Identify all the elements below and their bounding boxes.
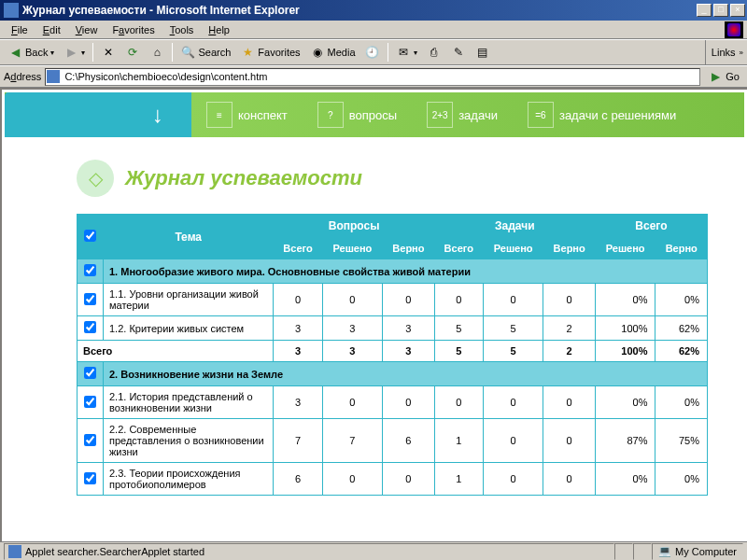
table-row: 2.1. История представлений о возникновен…: [78, 386, 708, 419]
address-input[interactable]: [45, 68, 700, 86]
address-label: Address: [4, 71, 41, 82]
check-row[interactable]: [84, 321, 96, 333]
arrow-down-icon: ↓: [152, 102, 163, 128]
notes-icon: ≡: [206, 102, 233, 128]
section-2: 2. Возникновение жизни на Земле: [78, 362, 708, 386]
table-row: 1.2. Критерии живых систем 333 552 100%6…: [78, 316, 708, 341]
table-row: 1.1. Уровни организации живой материи 00…: [78, 284, 708, 316]
menu-tools[interactable]: Tools: [162, 22, 202, 37]
links-button[interactable]: Links »: [705, 40, 743, 64]
mail-icon: ✉: [396, 45, 411, 60]
back-icon: ◀: [7, 45, 22, 60]
search-button[interactable]: 🔍Search: [176, 43, 234, 62]
menubar: File Edit View Favorites Tools Help: [0, 21, 747, 39]
grade-table: Тема Вопросы Задачи Всего ВсегоРешеноВер…: [77, 214, 708, 496]
statusbar: Applet searcher.SearcherApplet started 💻…: [0, 541, 747, 560]
page-icon: [47, 70, 60, 83]
toolbar: ◀Back▾ ▶▾ ✕ ⟳ ⌂ 🔍Search ★Favorites ◉Medi…: [0, 39, 747, 65]
maximize-button[interactable]: □: [713, 4, 728, 17]
refresh-icon: ⟳: [125, 45, 140, 60]
home-icon: ⌂: [149, 45, 164, 60]
check-all[interactable]: [84, 230, 96, 242]
titlebar: Журнал успеваемости - Microsoft Internet…: [0, 0, 747, 21]
close-button[interactable]: ×: [730, 4, 745, 17]
check-row[interactable]: [84, 396, 96, 408]
back-button[interactable]: ◀Back▾: [4, 43, 58, 62]
print-button[interactable]: ⎙: [423, 43, 445, 62]
menu-help[interactable]: Help: [201, 22, 237, 37]
refresh-button[interactable]: ⟳: [121, 43, 144, 62]
download-tab[interactable]: ↓: [5, 92, 191, 137]
total-row-1: Всего 333 552 100%62%: [78, 341, 708, 362]
stop-icon: ✕: [101, 45, 116, 60]
journal-icon: ◇: [77, 160, 114, 197]
table-row: 2.2. Современные представления о возникн…: [78, 419, 708, 463]
zone-indicator: 💻My Computer: [652, 543, 743, 560]
history-icon: 🕘: [365, 45, 380, 60]
tasks-icon: 2+3: [427, 102, 453, 128]
mail-button[interactable]: ✉▾: [392, 43, 421, 62]
col-zadachi: Задачи: [434, 215, 595, 238]
edit-button[interactable]: ✎: [447, 43, 470, 62]
go-icon: ▶: [708, 69, 723, 84]
status-text: Applet searcher.SearcherApplet started: [4, 543, 614, 560]
applet-icon: [8, 545, 21, 558]
question-icon: ?: [317, 102, 344, 128]
ie-icon: [4, 3, 19, 18]
col-voprosy: Вопросы: [274, 215, 434, 238]
history-button[interactable]: 🕘: [361, 43, 384, 62]
col-vsego: Всего: [595, 215, 707, 238]
page-title: Журнал успеваемости: [125, 166, 362, 190]
favorites-button[interactable]: ★Favorites: [236, 43, 303, 62]
go-button[interactable]: ▶Go: [704, 69, 743, 84]
check-section-2[interactable]: [84, 367, 96, 379]
media-button[interactable]: ◉Media: [306, 43, 359, 62]
content-area: ↓ ≡конспект ?вопросы 2+3задачи =6задачи …: [0, 88, 747, 541]
menu-favorites[interactable]: Favorites: [105, 22, 162, 37]
check-row[interactable]: [84, 434, 96, 446]
check-row[interactable]: [84, 293, 96, 305]
discuss-icon: ▤: [475, 45, 490, 60]
menu-edit[interactable]: Edit: [35, 22, 68, 37]
edit-icon: ✎: [451, 45, 466, 60]
home-button[interactable]: ⌂: [146, 43, 168, 62]
window-title: Журнал успеваемости - Microsoft Internet…: [22, 4, 697, 17]
section-1: 1. Многообразие живого мира. Основновные…: [78, 259, 708, 284]
check-row[interactable]: [84, 472, 96, 484]
discuss-button[interactable]: ▤: [472, 43, 494, 62]
tab-konspekt[interactable]: ≡конспект: [191, 102, 303, 128]
minimize-button[interactable]: _: [697, 4, 712, 17]
forward-button[interactable]: ▶▾: [60, 43, 89, 62]
col-tema: Тема: [104, 215, 274, 259]
star-icon: ★: [240, 45, 255, 60]
menu-view[interactable]: View: [68, 22, 106, 37]
media-icon: ◉: [310, 45, 325, 60]
stop-button[interactable]: ✕: [97, 43, 120, 62]
print-icon: ⎙: [427, 45, 442, 60]
search-icon: 🔍: [180, 45, 195, 60]
tab-voprosy[interactable]: ?вопросы: [303, 102, 412, 128]
solved-icon: =6: [528, 102, 554, 128]
check-section-1[interactable]: [84, 264, 96, 276]
forward-icon: ▶: [63, 45, 78, 60]
ie-logo: [725, 21, 743, 38]
tab-zadachi-resh[interactable]: =6задачи с решениями: [513, 102, 691, 128]
menu-file[interactable]: File: [4, 22, 35, 37]
tab-zadachi[interactable]: 2+3задачи: [412, 102, 513, 128]
app-header: ↓ ≡конспект ?вопросы 2+3задачи =6задачи …: [5, 92, 744, 137]
table-row: 2.3. Теории происхождения протобиополиме…: [78, 463, 708, 496]
computer-icon: 💻: [658, 545, 671, 558]
addressbar: Address ▶Go: [0, 65, 747, 88]
